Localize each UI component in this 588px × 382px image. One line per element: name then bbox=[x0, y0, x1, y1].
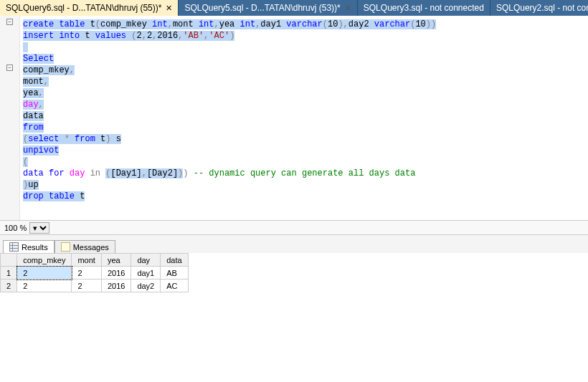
fold-toggle-icon[interactable]: − bbox=[6, 19, 13, 25]
grid-icon bbox=[9, 242, 19, 252]
cell[interactable]: 2016 bbox=[101, 280, 131, 292]
editor-tab-3[interactable]: SQLQuery3.sql - not connected bbox=[358, 0, 490, 16]
row-header-blank bbox=[1, 254, 17, 267]
fold-toggle-icon[interactable]: − bbox=[6, 65, 13, 71]
cell[interactable]: 2 bbox=[17, 267, 72, 280]
zoom-level: 100 % bbox=[4, 224, 27, 232]
col-header[interactable]: mont bbox=[72, 254, 101, 267]
editor-tab-2[interactable]: SQLQuery5.sql - D...TATAN\dhruvj (53))* … bbox=[179, 0, 357, 16]
cell[interactable]: 2 bbox=[17, 280, 72, 292]
tab-label: SQLQuery5.sql - D...TATAN\dhruvj (53))* bbox=[184, 3, 340, 13]
cell[interactable]: AC bbox=[161, 280, 188, 292]
results-tab-bar: Results Messages bbox=[0, 234, 588, 253]
editor-tab-bar: SQLQuery6.sql - D...TATAN\dhruvj (55))* … bbox=[0, 0, 588, 16]
tab-label: Messages bbox=[73, 243, 109, 252]
cell[interactable]: 2 bbox=[72, 280, 101, 292]
cell[interactable]: day1 bbox=[131, 267, 161, 280]
col-header[interactable]: data bbox=[161, 254, 188, 267]
cell[interactable]: 2016 bbox=[101, 267, 131, 280]
zoom-bar: 100 % ▾ bbox=[0, 220, 588, 234]
cell[interactable]: AB bbox=[161, 267, 188, 280]
cell[interactable]: 2 bbox=[72, 267, 101, 280]
tab-label: Results bbox=[22, 243, 48, 252]
col-header[interactable]: day bbox=[131, 254, 161, 267]
table-row[interactable]: 1 2 2 2016 day1 AB bbox=[1, 267, 189, 280]
close-icon[interactable]: ✕ bbox=[345, 4, 351, 13]
table-header-row: comp_mkey mont yea day data bbox=[1, 254, 189, 267]
row-number[interactable]: 1 bbox=[1, 267, 17, 280]
close-icon[interactable]: ✕ bbox=[166, 4, 172, 13]
messages-tab[interactable]: Messages bbox=[54, 240, 115, 253]
sql-editor[interactable]: − − create table t(comp_mkey int,mont in… bbox=[0, 16, 588, 220]
results-tab[interactable]: Results bbox=[3, 240, 54, 253]
results-table: comp_mkey mont yea day data 1 2 2 2016 d… bbox=[0, 253, 189, 292]
results-grid[interactable]: comp_mkey mont yea day data 1 2 2 2016 d… bbox=[0, 253, 588, 382]
tab-label: SQLQuery3.sql - not connected bbox=[364, 3, 484, 13]
editor-tab-1[interactable]: SQLQuery6.sql - D...TATAN\dhruvj (55))* … bbox=[0, 0, 179, 16]
table-row[interactable]: 2 2 2 2016 day2 AC bbox=[1, 280, 189, 292]
editor-tab-4[interactable]: SQLQuery2.sql - not con bbox=[490, 0, 588, 16]
code-area[interactable]: create table t(comp_mkey int,mont int,ye… bbox=[20, 16, 588, 220]
cell[interactable]: day2 bbox=[131, 280, 161, 292]
tab-label: SQLQuery6.sql - D...TATAN\dhruvj (55))* bbox=[6, 3, 161, 13]
row-number[interactable]: 2 bbox=[1, 280, 17, 292]
code-fold-gutter: − − bbox=[0, 16, 20, 220]
tab-label: SQLQuery2.sql - not con bbox=[496, 3, 588, 13]
col-header[interactable]: comp_mkey bbox=[17, 254, 72, 267]
message-icon bbox=[61, 242, 70, 252]
zoom-dropdown[interactable]: ▾ bbox=[29, 222, 49, 234]
col-header[interactable]: yea bbox=[101, 254, 131, 267]
